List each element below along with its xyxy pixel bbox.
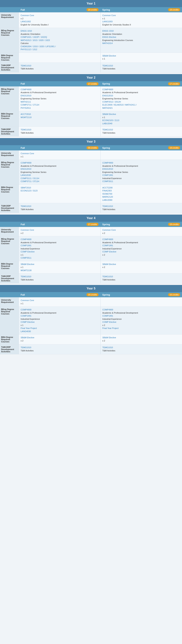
course-link[interactable]: SB&M Elective [103, 113, 180, 116]
table-row: T&M-DDPDevelopment ActivitiesTEMG1010T&M… [0, 203, 182, 213]
course-link[interactable]: Common Core [21, 152, 99, 155]
course-link[interactable]: COMP Elective [21, 250, 99, 253]
course-link[interactable]: LANG4030 [21, 330, 99, 333]
course-link[interactable]: COMP2711 / 2711H [21, 103, 99, 106]
course-link[interactable]: COMP4900 [21, 88, 99, 91]
course-link[interactable]: ECON2103 / 2113 [103, 119, 180, 122]
course-link[interactable]: ENGG2010 [103, 94, 180, 97]
fall-cell [19, 53, 101, 62]
course-link[interactable]: COMP4900 [103, 308, 180, 311]
course-text: x 2 [103, 324, 180, 327]
course-link[interactable]: SB&M Elective [103, 263, 180, 266]
course-link[interactable]: Final Year Project [103, 327, 180, 330]
course-link[interactable]: COMP3511 [21, 256, 99, 260]
course-link[interactable]: LABU2040 [103, 122, 180, 125]
course-link[interactable]: COMP3711 / 3711H [21, 180, 99, 183]
spring-header: Spring 18-credits [100, 222, 182, 227]
course-link[interactable]: COMP1991 [103, 314, 180, 318]
course-link[interactable]: COMP4900 [103, 238, 180, 241]
course-link[interactable]: COMP Elective [103, 320, 180, 324]
course-text: T&M Activities [103, 278, 180, 282]
course-link[interactable]: Common Core [103, 228, 180, 232]
course-link[interactable]: ENGG 1010 [21, 29, 99, 32]
fall-credits-badge: 19-credits [86, 293, 99, 296]
course-link[interactable]: TEMG1010 [21, 275, 99, 278]
spring-header: Spring 18-credits [100, 7, 182, 12]
course-link[interactable]: COMP4900 [103, 161, 180, 164]
table-row: UniversityRequirementCommon Corex 2Commo… [0, 227, 182, 236]
course-link[interactable]: COMP1991 [21, 244, 99, 247]
course-link[interactable]: COMP3111 / 3111H [21, 177, 99, 180]
course-link[interactable]: LANG1003 [103, 20, 180, 23]
table-row: BBA DegreeRequired CoursesSB&M Electivex… [0, 261, 182, 274]
course-link[interactable]: COMP4900 [103, 88, 180, 91]
spring-header: Spring 17-credits [100, 81, 182, 86]
course-link[interactable]: MGMT2130 [21, 269, 99, 272]
fall-label: Fall [21, 223, 25, 226]
course-text: Academic & Professional Development [21, 241, 99, 244]
course-link[interactable]: MATH1012 / 1013 / 1020 / 1023 [21, 39, 99, 42]
course-link[interactable]: MATH2421 [103, 106, 180, 110]
course-link[interactable]: COMP4900 [21, 161, 99, 164]
table-body: BEng DegreeRequired CoursesCOMP4900Acade… [0, 86, 182, 137]
row-label: T&M-DDPDevelopment Activities [0, 274, 19, 283]
course-link[interactable]: MARK2120 [103, 195, 180, 198]
course-link[interactable]: PHYS1112 / 1312 [21, 48, 99, 51]
course-link[interactable]: Common Core [21, 14, 99, 17]
course-link[interactable]: COMP1021 / 1022P / 1022Q [21, 36, 99, 39]
course-link[interactable]: COMP Elective [103, 250, 180, 253]
course-link[interactable]: COMP4900 [21, 308, 99, 311]
course-link[interactable]: ENGG Elective [103, 36, 180, 39]
course-link[interactable]: ELEC2600 / IELM2510 / MATH2411 / [103, 103, 180, 106]
row-label: BEng DegreeRequired Courses [0, 86, 19, 111]
course-link[interactable]: LANG2030 [21, 174, 99, 177]
course-link[interactable]: Final Year Project [21, 327, 99, 330]
course-link[interactable]: COMP1991 [21, 314, 99, 318]
course-link[interactable]: Common Core [21, 228, 99, 232]
course-link[interactable]: SB&M Elective [103, 54, 180, 58]
spring-cell: TEMG1010T&M Activities [101, 127, 182, 136]
course-link[interactable]: TEMG1010 [21, 205, 99, 208]
spring-cell: SB&M Electivex 2 [101, 261, 182, 274]
course-link[interactable]: Common Core [103, 14, 180, 17]
course-link[interactable]: SB&M Elective [103, 336, 180, 339]
course-text: English for University Studies I [21, 23, 99, 26]
course-link[interactable]: LANG1002 [21, 20, 99, 23]
course-link[interactable]: COMP2012 / 2012H [103, 100, 180, 104]
course-link[interactable]: COMP4900 [21, 238, 99, 241]
course-link[interactable]: ISOM2700 [103, 192, 180, 196]
course-link[interactable]: TEMG1010 [21, 346, 99, 349]
course-link[interactable]: TEMG1010 [103, 275, 180, 278]
course-link[interactable]: ACCT2200 [103, 186, 180, 189]
course-link[interactable]: TEMG1010 [103, 128, 180, 131]
course-link[interactable]: SBMT2010 [21, 186, 99, 189]
course-link[interactable]: TEMG1010 [103, 64, 180, 67]
fall-cell: COMP4900Academic & Professional Developm… [19, 86, 101, 111]
course-link[interactable]: ENGG2010 [21, 94, 99, 97]
course-link[interactable]: SB&M Elective [21, 336, 99, 339]
course-link[interactable]: MGMT2110 [21, 116, 99, 119]
course-link[interactable]: ENGG2010 [103, 168, 180, 171]
course-link[interactable]: Common Core [21, 299, 99, 302]
course-link[interactable]: PHYS2011 [21, 106, 99, 110]
course-link[interactable]: SB&M Elective [21, 263, 99, 266]
course-link[interactable]: COMP1991 [103, 174, 180, 177]
course-link[interactable]: CHEM1004 / 1010 / 1020 / LIFS1901 / [21, 45, 99, 48]
semester-spacer [0, 292, 19, 297]
table-row: T&M-DDPDevelopment ActivitiesTEMG1010T&M… [0, 63, 182, 72]
course-link[interactable]: TEMG1010 [21, 128, 99, 131]
course-link[interactable]: FINA2303 [103, 189, 180, 192]
course-link[interactable]: TEMG1010 [21, 64, 99, 67]
course-link[interactable]: TEMG1010 [103, 346, 180, 349]
course-link[interactable]: ACCT2010 [21, 113, 99, 116]
course-link[interactable]: ENGG2010 [21, 168, 99, 171]
course-link[interactable]: ENGG 1010 [103, 29, 180, 32]
course-link[interactable]: COMP Elective [21, 320, 99, 324]
course-link[interactable]: COMP1991 [103, 244, 180, 247]
course-link[interactable]: ECON2123 / 3123 [21, 189, 99, 192]
course-link[interactable]: LABU2060 [103, 198, 180, 202]
course-link[interactable]: TEMG1010 [103, 205, 180, 208]
course-link[interactable]: MATH2111 [21, 100, 99, 104]
course-link[interactable]: COMP2611 [103, 180, 180, 183]
course-link[interactable]: MATH1014 [103, 42, 180, 45]
